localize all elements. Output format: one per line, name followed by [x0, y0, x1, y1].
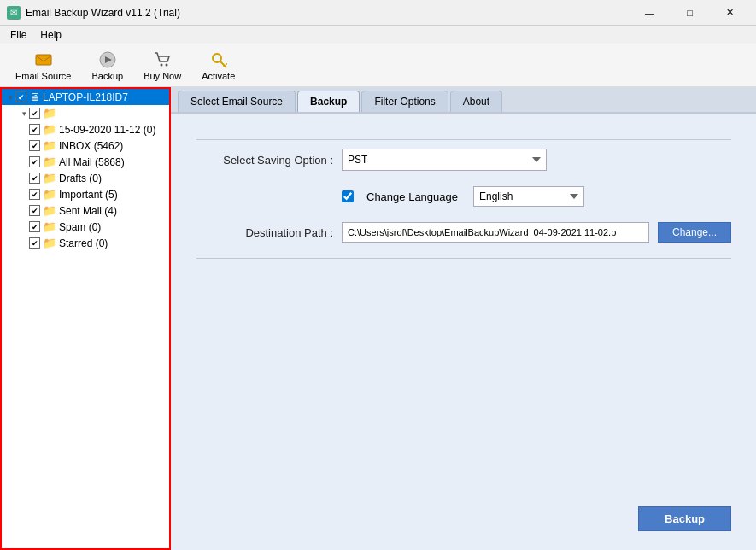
bottom-divider	[196, 258, 731, 259]
tab-filter-options[interactable]: Filter Options	[361, 91, 448, 112]
item-label-6: Spam (0)	[59, 221, 101, 233]
list-item[interactable]: ✔ 📁 Spam (0)	[2, 219, 169, 235]
list-item[interactable]: ✔ 📁 Drafts (0)	[2, 170, 169, 186]
folder-icon-0: 📁	[43, 123, 56, 136]
item-label-3: Drafts (0)	[59, 173, 102, 184]
item-checkbox-0[interactable]: ✔	[29, 124, 40, 135]
app-title: Email Backup Wizard v11.2 (Trial)	[26, 7, 180, 19]
tab-bar: Select Email Source Backup Filter Option…	[171, 87, 756, 114]
toolbar-activate[interactable]: Activate	[193, 47, 243, 85]
tab-backup[interactable]: Backup	[297, 91, 360, 112]
toolbar-activate-label: Activate	[202, 71, 235, 81]
app-icon: ✉	[7, 6, 21, 20]
folder-icon-sub: 📁	[43, 107, 56, 120]
item-checkbox-5[interactable]: ✔	[29, 205, 40, 216]
list-item[interactable]: ✔ 📁 15-09-2020 11-12 (0)	[2, 121, 169, 138]
saving-option-label: Select Saving Option :	[196, 154, 333, 167]
menu-help[interactable]: Help	[33, 27, 68, 43]
toolbar-backup[interactable]: Backup	[83, 47, 132, 85]
key-icon	[209, 50, 228, 69]
change-language-row: Change Language English French German Sp…	[196, 186, 731, 207]
item-label-1: INBOX (5462)	[59, 140, 123, 152]
item-checkbox-3[interactable]: ✔	[29, 173, 40, 184]
list-item[interactable]: ✔ 📁 Sent Mail (4)	[2, 202, 169, 219]
toolbar: Email Source Backup Buy Now	[0, 44, 756, 87]
tree-root[interactable]: ▾ ✔ 🖥 LAPTOP-IL218ID7	[2, 89, 169, 105]
folder-icon-1: 📁	[43, 139, 56, 152]
svg-rect-0	[36, 55, 51, 65]
dest-path-input[interactable]	[342, 222, 649, 243]
toolbar-email-label: Email Source	[15, 71, 71, 81]
play-icon	[98, 50, 117, 69]
title-bar-left: ✉ Email Backup Wizard v11.2 (Trial)	[7, 6, 180, 20]
dest-path-label: Destination Path :	[196, 226, 333, 239]
root-checkbox[interactable]: ✔	[15, 91, 26, 102]
svg-point-3	[161, 63, 163, 66]
tab-content-backup: Select Saving Option : PST EML MSG MBOX …	[171, 114, 756, 550]
toolbar-email-source[interactable]: Email Source	[7, 47, 79, 85]
subgroup-checkbox[interactable]: ✔	[29, 108, 40, 119]
list-item[interactable]: ✔ 📁 INBOX (5462)	[2, 138, 169, 154]
item-label-0: 15-09-2020 11-12 (0)	[59, 124, 155, 136]
saving-option-row: Select Saving Option : PST EML MSG MBOX …	[196, 149, 731, 171]
saving-option-select[interactable]: PST EML MSG MBOX PDF	[342, 149, 547, 171]
item-label-7: Starred (0)	[59, 237, 108, 249]
tree-subgroup[interactable]: ▾ ✔ 📁	[2, 105, 169, 121]
toolbar-buy-now[interactable]: Buy Now	[135, 47, 190, 85]
list-item[interactable]: ✔ 📁 All Mail (5868)	[2, 154, 169, 170]
folder-icon-7: 📁	[43, 237, 56, 249]
list-item[interactable]: ✔ 📁 Important (5)	[2, 186, 169, 202]
cart-icon	[153, 50, 172, 69]
folder-icon: 🖥	[29, 91, 40, 103]
folder-icon-2: 📁	[43, 155, 56, 168]
folder-icon-5: 📁	[43, 204, 56, 217]
item-checkbox-1[interactable]: ✔	[29, 140, 40, 151]
item-checkbox-4[interactable]: ✔	[29, 189, 40, 200]
language-select[interactable]: English French German Spanish	[473, 186, 584, 207]
content-area: Select Email Source Backup Filter Option…	[171, 87, 756, 550]
item-label-4: Important (5)	[59, 189, 118, 201]
list-item[interactable]: ✔ 📁 Starred (0)	[2, 235, 169, 251]
maximize-button[interactable]: □	[671, 4, 709, 21]
item-checkbox-7[interactable]: ✔	[29, 237, 40, 249]
tab-about[interactable]: About	[450, 91, 502, 112]
destination-path-row: Destination Path : Change...	[196, 222, 731, 243]
email-source-icon	[34, 50, 53, 69]
backup-btn-row: Backup	[196, 267, 731, 531]
svg-point-4	[166, 63, 168, 66]
toolbar-backup-label: Backup	[91, 71, 123, 81]
sidebar-panel: ▾ ✔ 🖥 LAPTOP-IL218ID7 ▾ ✔ 📁 ✔ 📁 15-09-20…	[0, 87, 171, 550]
menu-bar: File Help	[0, 26, 756, 44]
folder-icon-3: 📁	[43, 172, 56, 184]
item-label-2: All Mail (5868)	[59, 156, 125, 168]
item-checkbox-2[interactable]: ✔	[29, 156, 40, 167]
backup-button[interactable]: Backup	[638, 506, 731, 531]
toolbar-buy-label: Buy Now	[144, 71, 181, 81]
folder-icon-4: 📁	[43, 188, 56, 201]
change-language-label: Change Language	[366, 190, 458, 203]
item-label-5: Sent Mail (4)	[59, 205, 117, 217]
svg-point-5	[213, 54, 221, 62]
menu-file[interactable]: File	[3, 27, 33, 43]
root-label: LAPTOP-IL218ID7	[43, 91, 128, 103]
minimize-button[interactable]: —	[630, 4, 669, 21]
top-divider	[196, 139, 731, 140]
item-checkbox-6[interactable]: ✔	[29, 221, 40, 232]
expand-icon-sub: ▾	[19, 109, 29, 118]
title-bar: ✉ Email Backup Wizard v11.2 (Trial) — □ …	[0, 0, 756, 26]
main-layout: ▾ ✔ 🖥 LAPTOP-IL218ID7 ▾ ✔ 📁 ✔ 📁 15-09-20…	[0, 87, 756, 550]
change-language-checkbox[interactable]	[342, 190, 354, 202]
window-controls: — □ ✕	[630, 4, 749, 21]
tab-select-email-source[interactable]: Select Email Source	[178, 91, 296, 112]
expand-icon: ▾	[5, 93, 15, 102]
change-button[interactable]: Change...	[658, 222, 731, 243]
folder-icon-6: 📁	[43, 220, 56, 233]
close-button[interactable]: ✕	[711, 4, 749, 21]
